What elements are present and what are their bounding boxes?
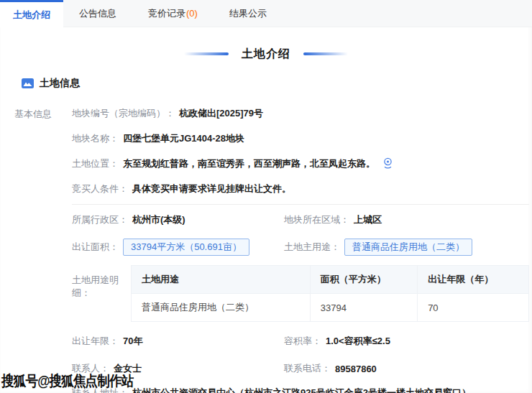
field-value: 杭州市公共资源交易中心（杭州市之江路925号临江金座2号楼一楼土地交易窗口） [132, 387, 471, 393]
use-detail-block: 土地用途明细： 土地用途 面积（平方米） 出让年限（年） 普通商品住房用地（二类… [72, 265, 529, 322]
section-title: 土地信息 [40, 77, 80, 90]
field-label: 联系电话： [284, 362, 331, 375]
field-plot-name: 地块名称： 四堡七堡单元JG1404-28地块 [72, 126, 529, 151]
field-area: 出让面积： 33794平方米（50.691亩） [72, 239, 284, 256]
page-title-row: 土地介绍 [0, 46, 532, 62]
row-region: 所属行政区： 杭州市(本级) 地块所在区域： 上城区 [72, 206, 529, 234]
main-use-value-tag: 普通商品住房用地（二类） [344, 239, 472, 256]
field-value: 70年 [123, 335, 142, 348]
field-label: 地块名称： [72, 132, 119, 145]
fields-column: 地块编号（宗地编码）： 杭政储出[2025]79号 地块名称： 四堡七堡单元JG… [72, 101, 532, 393]
title-decor-right [303, 52, 348, 55]
field-district: 地块所在区域： 上城区 [284, 213, 529, 226]
area-value-tag: 33794平方米（50.691亩） [123, 239, 249, 256]
field-admin-region: 所属行政区： 杭州市(本级) [72, 213, 284, 226]
field-label: 土地位置： [72, 157, 119, 170]
field-value: 具体竞买申请要求详见挂牌出让文件。 [132, 182, 291, 195]
field-value: 上城区 [354, 213, 382, 226]
map-location-icon[interactable] [382, 157, 393, 170]
tab-results[interactable]: 结果公示 [214, 0, 283, 27]
tab-announcement[interactable]: 公告信息 [63, 0, 132, 27]
group-label: 基本信息 [0, 101, 72, 393]
field-value: 1.0<容积率≤2.5 [326, 335, 390, 348]
col-header-area: 面积（平方米） [310, 266, 417, 294]
land-detail-page: 土地介绍 公告信息 竞价记录(0) 结果公示 土地介绍 土地信息 基本信息 [0, 0, 532, 393]
field-location: 土地位置： 东至规划红普路，南至谊秀弄，西至潮声路，北至凤起东路。 [72, 151, 529, 176]
field-term: 出让年限： 70年 [72, 335, 284, 348]
basic-info-block: 基本信息 地块编号（宗地编码）： 杭政储出[2025]79号 地块名称： 四堡七… [0, 101, 532, 393]
field-plot-ratio: 容积率： 1.0<容积率≤2.5 [284, 335, 529, 348]
land-image-icon [22, 78, 34, 88]
field-label: 地块编号（宗地编码）： [72, 107, 175, 120]
field-label: 容积率： [284, 335, 321, 348]
table-header-row: 土地用途 面积（平方米） 出让年限（年） [132, 266, 529, 294]
bid-count-badge: (0) [186, 8, 198, 19]
use-detail-table: 土地用途 面积（平方米） 出让年限（年） 普通商品住房用地（二类） 33794 … [131, 265, 529, 322]
row-term-ratio: 出让年限： 70年 容积率： 1.0<容积率≤2.5 [72, 328, 529, 355]
field-value: 四堡七堡单元JG1404-28地块 [123, 132, 244, 145]
field-value: 杭州市(本级) [132, 213, 185, 226]
field-value: 杭政储出[2025]79号 [179, 107, 263, 120]
field-label: 地块所在区域： [284, 213, 349, 226]
cell-area: 33794 [310, 294, 417, 322]
field-address: 联系人地址： 杭州市公共资源交易中心（杭州市之江路925号临江金座2号楼一楼土地… [72, 382, 529, 393]
tab-bid-records[interactable]: 竞价记录(0) [132, 0, 214, 27]
tab-land-intro[interactable]: 土地介绍 [0, 0, 63, 27]
row-contact: 联系人： 金女士 联系电话： 89587860 [72, 355, 529, 382]
field-label: 出让面积： [72, 241, 119, 254]
col-header-use: 土地用途 [132, 266, 311, 294]
field-main-use: 土地主用途： 普通商品住房用地（二类） [284, 239, 529, 256]
land-info-section-header: 土地信息 [22, 76, 532, 91]
field-label: 土地用途明细： [72, 265, 131, 322]
title-decor-left [184, 52, 229, 55]
row-area-use: 出让面积： 33794平方米（50.691亩） 土地主用途： 普通商品住房用地（… [72, 234, 529, 261]
field-label: 土地主用途： [284, 241, 340, 254]
cell-use: 普通商品住房用地（二类） [132, 294, 311, 322]
watermark: 搜狐号@搜狐焦点制作站 [1, 371, 133, 391]
field-label: 竞买人条件： [72, 182, 128, 195]
field-value: 89587860 [335, 364, 377, 374]
tab-label: 土地介绍 [13, 9, 50, 22]
col-header-term: 出让年限（年） [418, 266, 529, 294]
field-value: 东至规划红普路，南至谊秀弄，西至潮声路，北至凤起东路。 [123, 157, 375, 170]
table-row: 普通商品住房用地（二类） 33794 70 [132, 294, 529, 322]
field-label: 所属行政区： [72, 213, 128, 226]
section-divider [72, 204, 529, 205]
field-phone: 联系电话： 89587860 [284, 362, 529, 375]
field-bidder-condition: 竞买人条件： 具体竞买申请要求详见挂牌出让文件。 [72, 176, 529, 201]
tab-bar: 土地介绍 公告信息 竞价记录(0) 结果公示 [0, 0, 532, 27]
page-title: 土地介绍 [242, 47, 290, 62]
cell-term: 70 [418, 294, 529, 322]
tab-label: 公告信息 [79, 7, 116, 20]
field-label: 出让年限： [72, 335, 119, 348]
tab-label: 竞价记录 [148, 7, 185, 20]
field-plot-code: 地块编号（宗地编码）： 杭政储出[2025]79号 [72, 101, 529, 126]
tab-label: 结果公示 [229, 7, 267, 20]
